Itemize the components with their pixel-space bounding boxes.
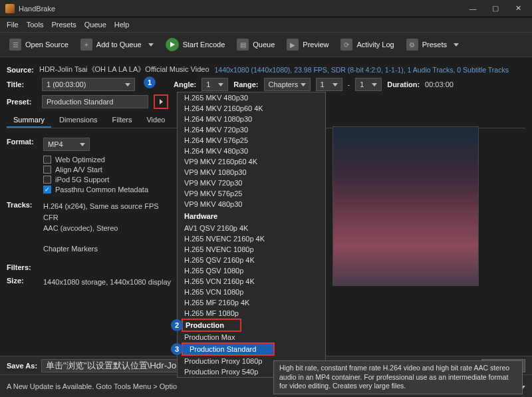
activity-log-icon: ⟳ [340,39,352,51]
menu-tools[interactable]: Tools [27,21,44,29]
range-sep: - [348,80,350,88]
preset-item[interactable]: H.264 MKV 1080p30 [178,114,325,124]
preset-item[interactable]: H.265 MF 1080p [178,308,325,319]
filters-label: Filters: [7,263,43,271]
preset-item[interactable]: VP9 MKV 480p30 [178,199,325,209]
checkbox-checked-icon [43,186,51,194]
queue-icon: ▤ [237,39,249,51]
maximize-button[interactable]: ▢ [484,1,507,17]
preset-item[interactable]: VP9 MKV 576p25 [178,188,325,199]
preview-icon: ▶ [287,39,299,51]
range-from-select[interactable]: 1 [316,78,342,91]
range-label: Range: [233,80,258,88]
tab-filters[interactable]: Filters [106,113,139,128]
check-web-label: Web Optimized [55,156,105,164]
menu-queue[interactable]: Queue [84,21,106,29]
preset-item[interactable]: H.264 MKV 720p30 [178,124,325,135]
preset-expand-button[interactable] [154,94,168,109]
chevron-down-icon [332,83,338,86]
preset-dropdown: H.265 MKV 480p30 H.264 MKV 2160p60 4K H.… [177,92,326,378]
menu-presets[interactable]: Presets [51,21,76,29]
titlebar: HandBrake — ▢ ✕ [0,0,532,17]
preview-button[interactable]: ▶ Preview [281,36,334,53]
preset-item[interactable]: H.265 MKV 480p30 [178,92,325,103]
preset-item[interactable]: VP9 MKV 2160p60 4K [178,156,325,167]
check-web-optimized[interactable]: Web Optimized [43,156,148,164]
preset-item[interactable]: H.265 QSV 2160p 4K [178,255,325,265]
start-encode-label: Start Encode [183,41,225,49]
source-label: Source: [7,66,34,74]
format-select[interactable]: MP4 [43,138,90,151]
angle-label: Angle: [174,80,196,88]
preset-item[interactable]: H.265 NVENC 1080p [178,244,325,255]
play-icon [166,38,179,51]
callout-2: 2 [171,319,183,331]
preset-item[interactable]: H.265 VCN 1080p [178,287,325,297]
start-encode-button[interactable]: Start Encode [160,35,231,54]
app-title: HandBrake [19,5,55,13]
preset-item[interactable]: H.265 VCN 2160p 4K [178,276,325,287]
chevron-down-icon [301,83,306,86]
app-icon [5,4,15,13]
open-source-label: Open Source [25,41,68,49]
format-value: MP4 [48,140,63,148]
menu-help[interactable]: Help [114,21,130,29]
tab-summary[interactable]: Summary [7,113,51,128]
chevron-down-icon [218,83,223,86]
preset-item[interactable]: VP9 MKV 720p30 [178,178,325,188]
chevron-right-icon [160,99,163,104]
menu-file[interactable]: File [7,21,19,29]
save-as-label: Save As: [7,362,37,370]
activity-log-label: Activity Log [356,41,394,49]
check-ipod-5g[interactable]: iPod 5G Support [43,176,148,184]
tracks-label: Tracks: [7,201,43,209]
presets-label: Presets [422,41,447,49]
preset-item[interactable]: H.264 MKV 576p25 [178,135,325,146]
preset-item[interactable]: H.264 MKV 480p30 [178,146,325,156]
preset-group-hardware: Hardware [178,209,325,223]
angle-value: 1 [206,80,210,88]
tracks-line1: H.264 (x264), Same as source FPS CFR [43,201,173,223]
preset-item[interactable]: AV1 QSV 2160p 4K [178,223,325,233]
angle-select[interactable]: 1 [201,78,228,91]
status-update: A New Update is Available. Goto Tools Me… [7,382,177,390]
source-meta: 1440x1080 (1440x1080), 23.98 FPS, SDR (8… [215,66,509,74]
chevron-down-icon [148,43,154,47]
check-align-av[interactable]: Align A/V Start [43,166,148,174]
size-label: Size: [7,277,43,285]
close-button[interactable]: ✕ [507,1,529,17]
preset-item-production-max[interactable]: Production Max [178,332,325,342]
chevron-down-icon [372,83,377,86]
minimize-button[interactable]: — [462,1,484,17]
presets-button[interactable]: ⚙ Presets [401,36,464,53]
checkbox-icon [43,166,51,174]
range-to-select[interactable]: 1 [355,78,382,91]
preset-item[interactable]: H.265 QSV 1080p [178,265,325,276]
duration-value: 00:03:00 [425,80,454,88]
chevron-down-icon [80,143,85,146]
preset-label: Preset: [7,98,37,106]
preset-item[interactable]: VP9 MKV 1080p30 [178,167,325,178]
range-kind-value: Chapters [269,80,299,88]
source-path: HDR-Jolin Tsai《OH LA LA LA》Official Musi… [39,65,209,74]
size-value: 1440x1080 storage, 1440x1080 display [43,277,171,288]
check-passthru-metadata[interactable]: Passthru Common Metadata [43,186,148,194]
preset-item[interactable]: H.265 MF 2160p 4K [178,297,325,308]
preview-label: Preview [303,41,329,49]
preset-item[interactable]: H.264 MKV 2160p60 4K [178,103,325,114]
chevron-down-icon [454,43,459,47]
add-to-queue-button[interactable]: + Add to Queue [75,36,159,53]
tab-dimensions[interactable]: Dimensions [53,113,104,128]
format-label: Format: [7,138,43,146]
checkbox-icon [43,156,51,164]
presets-icon: ⚙ [406,39,418,51]
queue-button[interactable]: ▤ Queue [231,36,280,53]
preset-item[interactable]: H.265 NVENC 2160p 4K [178,233,325,244]
range-kind-select[interactable]: Chapters [264,78,311,91]
open-source-button[interactable]: ☰ Open Source [4,36,74,53]
preset-item-production-standard[interactable]: Production Standard [182,342,275,356]
activity-log-button[interactable]: ⟳ Activity Log [335,36,399,53]
preset-select[interactable]: Production Standard [42,95,148,108]
tab-video[interactable]: Video [140,113,172,128]
title-select[interactable]: 1 (00:03:00) [42,78,135,91]
